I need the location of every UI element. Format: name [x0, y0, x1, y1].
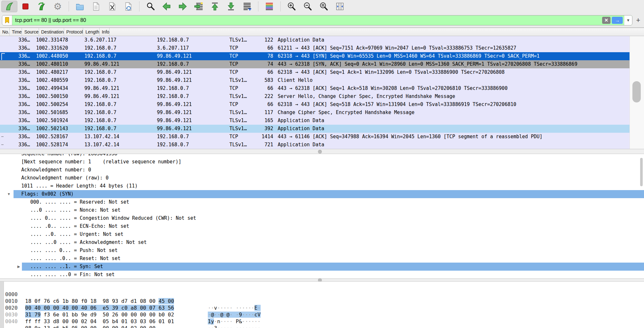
- pane-splitter[interactable]: [0, 278, 644, 282]
- detail-line[interactable]: .... ...0 .... = Acknowledgment: Not set: [0, 238, 644, 246]
- column-header[interactable]: Destination: [39, 28, 64, 36]
- go-to-packet-button[interactable]: [191, 1, 207, 12]
- colorize-button[interactable]: [261, 1, 277, 12]
- filter-clear-button[interactable]: ✕: [602, 17, 610, 24]
- packet-row[interactable]: 336… 1002.528167 13.107.42.14 192.168.0.…: [0, 133, 644, 141]
- search-icon: [145, 1, 156, 12]
- go-back-button[interactable]: [159, 1, 175, 12]
- display-filter-field[interactable]: tcp.port == 80 || udp.port == 80 ✕ → ▼: [2, 15, 632, 25]
- close-file-button[interactable]: [104, 1, 120, 12]
- column-header[interactable]: Protocol: [64, 28, 83, 36]
- cell-info: Application Data: [275, 141, 644, 149]
- hex-bytes[interactable]: ff ff 33 d8 00 00 02 04 05 b4 01 03 03 0…: [25, 318, 174, 325]
- detail-line[interactable]: ▶ .... .... ..1. = Syn: Set: [0, 263, 644, 271]
- packet-row[interactable]: 336… 1002.500254 192.168.0.7 99.86.49.12…: [0, 101, 644, 109]
- detail-line[interactable]: ▼ Flags: 0x002 (SYN): [0, 190, 644, 198]
- packet-list-scrollbar-thumb[interactable]: [632, 81, 641, 102]
- hex-ascii[interactable]: 1y·n···· P&······: [208, 318, 261, 325]
- cell-source: 3.6.207.117: [82, 36, 155, 44]
- cell-no: 336…: [0, 141, 34, 149]
- column-header[interactable]: No.: [0, 28, 10, 36]
- save-file-button[interactable]: [88, 1, 104, 12]
- cell-info: 443 → 61146 [ACK] Seq=347988 Ack=16394 W…: [275, 133, 644, 141]
- cell-destination: 99.86.49.121: [155, 101, 227, 109]
- packet-row[interactable]: 336… 1002.500150 99.86.49.121 192.168.0.…: [0, 92, 644, 101]
- detail-line[interactable]: 1011 .... = Header Length: 44 bytes (11): [0, 182, 644, 190]
- hex-bytes[interactable]: 08 0a 13 e6 b5 95 00 00 00 00 04 02 00 0…: [25, 325, 156, 328]
- cell-info: Server Hello, Change Cipher Spec, Encryp…: [275, 92, 644, 101]
- packet-row[interactable]: 336… 1002.480217 192.168.0.7 99.86.49.12…: [0, 68, 644, 76]
- detail-line[interactable]: .... .... .0.. = Reset: Not set: [0, 255, 644, 263]
- disclosure-triangle-icon[interactable]: ▼: [7, 190, 11, 198]
- packet-row[interactable]: 336… 1002.501685 192.168.0.7 99.86.49.12…: [0, 109, 644, 117]
- start-capture-button[interactable]: [1, 1, 17, 12]
- stop-capture-button[interactable]: [17, 1, 34, 12]
- zoom-out-button[interactable]: [300, 1, 316, 12]
- related-packet-marker: [1, 53, 5, 60]
- details-scrollbar-thumb[interactable]: [640, 158, 643, 186]
- detail-line[interactable]: .... .... 0... = Push: Not set: [0, 246, 644, 255]
- find-packet-button[interactable]: [142, 1, 159, 12]
- packet-list-scrollbar-track[interactable]: [630, 36, 644, 149]
- reload-file-button[interactable]: [120, 1, 136, 12]
- open-file-button[interactable]: [72, 1, 88, 12]
- go-first-packet-button[interactable]: [207, 1, 223, 12]
- capture-options-button[interactable]: ⚙: [50, 1, 66, 12]
- packet-row[interactable]: 336… 1002.480110 99.86.49.121 192.168.0.…: [0, 60, 644, 68]
- detail-line[interactable]: Acknowledgment number: 0: [0, 166, 644, 174]
- hex-row[interactable]: 0030 ff ff 33 d8 00 00 02 04 05 b4 01 03…: [0, 304, 644, 311]
- pane-splitter[interactable]: [0, 149, 644, 154]
- column-header[interactable]: Length: [83, 28, 100, 36]
- detail-line[interactable]: 000. .... .... = Reserved: Not set: [0, 198, 644, 206]
- zoom-in-button[interactable]: [284, 1, 300, 12]
- detail-line-text: Sequence number (raw): 2803041938: [21, 154, 117, 158]
- auto-scroll-button[interactable]: [239, 1, 255, 12]
- detail-line[interactable]: .... .... ...0 = Fin: Not set: [0, 271, 644, 278]
- packet-row[interactable]: 336… 1002.528174 13.107.42.14 192.168.0.…: [0, 141, 644, 149]
- packet-row[interactable]: 336… 1002.502143 192.168.0.7 99.86.49.12…: [0, 125, 644, 133]
- cell-protocol: TLSv1…: [227, 141, 255, 149]
- detail-line[interactable]: Sequence number (raw): 2803041938: [0, 154, 644, 158]
- hex-row[interactable]: 0040 08 0a 13 e6 b5 95 00 00 00 00 04 02…: [0, 311, 644, 318]
- add-filter-button[interactable]: +: [632, 16, 644, 24]
- resize-columns-button[interactable]: [332, 1, 348, 12]
- cell-time: 1002.331478: [34, 36, 82, 44]
- detail-line-text: .... .0.. .... = ECN-Echo: Not set: [30, 222, 129, 230]
- close-icon: ✕: [604, 17, 609, 23]
- packet-row[interactable]: 336… 1002.480559 192.168.0.7 99.86.49.12…: [0, 76, 644, 84]
- packet-row[interactable]: 336… 1002.331478 3.6.207.117 192.168.0.7…: [0, 36, 644, 44]
- zoom-normal-button[interactable]: [316, 1, 332, 12]
- packet-list-pane: No.TimeSourceDestinationProtocolLengthIn…: [0, 28, 644, 149]
- column-header[interactable]: Info: [100, 28, 110, 36]
- hex-row[interactable]: 0010 00 40 00 00 40 00 40 06 e5 39 c0 a8…: [0, 291, 644, 298]
- start-capture-fin-icon: [4, 1, 14, 12]
- detail-line[interactable]: Acknowledgment number (raw): 0: [0, 174, 644, 182]
- hex-row[interactable]: 0020 31 79 f3 6e 01 bb 9e d9 50 26 00 00…: [0, 298, 644, 304]
- column-header[interactable]: Source: [22, 28, 39, 36]
- disclosure-triangle-icon[interactable]: ▶: [17, 263, 20, 271]
- hex-ascii[interactable]: ··3····· ········: [208, 325, 261, 328]
- cell-no: 336…: [0, 92, 34, 101]
- detail-line[interactable]: .... ..0. .... = Urgent: Not set: [0, 230, 644, 238]
- detail-line[interactable]: .... .0.. .... = ECN-Echo: Not set: [0, 222, 644, 230]
- packet-row[interactable]: 336… 1002.499434 99.86.49.121 192.168.0.…: [0, 84, 644, 92]
- filter-bookmark-button[interactable]: [2, 15, 12, 25]
- packet-row[interactable]: 336… 1002.331620 192.168.0.7 3.6.207.117…: [0, 44, 644, 52]
- cell-source: 192.168.0.7: [82, 125, 155, 133]
- packet-row[interactable]: 336… 1002.501924 192.168.0.7 99.86.49.12…: [0, 117, 644, 125]
- detail-line[interactable]: [Next sequence number: 1 (relative seque…: [0, 158, 644, 166]
- go-forward-button[interactable]: [175, 1, 191, 12]
- detail-line[interactable]: ...0 .... .... = Nonce: Not set: [0, 206, 644, 214]
- filter-history-dropdown[interactable]: ▼: [624, 15, 632, 25]
- filter-expression-input[interactable]: tcp.port == 80 || udp.port == 80: [12, 17, 602, 23]
- go-last-packet-button[interactable]: [223, 1, 239, 12]
- hex-offset: 0040: [5, 318, 18, 325]
- column-header[interactable]: Time: [10, 28, 22, 36]
- packet-row[interactable]: 336… 1002.448050 192.168.0.7 99.86.49.12…: [0, 52, 644, 60]
- detail-line[interactable]: .... 0... .... = Congestion Window Reduc…: [0, 214, 644, 222]
- cell-destination: 192.168.0.7: [155, 84, 227, 92]
- cell-no: 336…: [0, 109, 34, 117]
- restart-capture-button[interactable]: [34, 1, 50, 12]
- filter-apply-button[interactable]: →: [612, 17, 623, 24]
- hex-row[interactable]: 0000 18 0f 76 c6 1b 80 f0 18 98 93 d7 d1…: [0, 284, 644, 291]
